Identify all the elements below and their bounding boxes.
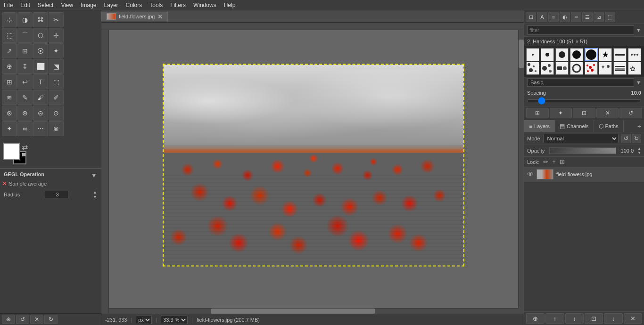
menu-image[interactable]: Image [77, 1, 100, 9]
brush-scatter2[interactable] [541, 62, 554, 75]
brush-refresh-btn[interactable]: ↺ [619, 108, 642, 118]
brush-sort-btn[interactable]: ⊞ [526, 108, 549, 118]
menu-layer[interactable]: Layer [100, 1, 122, 9]
menu-view[interactable]: View [57, 1, 77, 9]
layer-delete-btn[interactable]: ✕ [624, 313, 642, 324]
ink-tool[interactable]: ⊛ [17, 106, 33, 121]
path-tool[interactable]: ⊗ [49, 121, 64, 136]
radius-input[interactable] [45, 191, 68, 198]
eraser-tool[interactable]: ✐ [49, 90, 64, 105]
fuzzy-select-tool[interactable]: ◑ [17, 12, 33, 27]
canvas-viewport[interactable] [109, 30, 518, 308]
tb-delete-btn[interactable]: ✕ [30, 315, 43, 324]
color-reset-icon[interactable]: ◼ [22, 151, 26, 157]
foreground-color[interactable] [3, 143, 20, 160]
radius-up-btn[interactable]: ▲ [93, 190, 97, 195]
paintbrush-tool[interactable]: 🖌 [33, 90, 48, 105]
horizontal-scrollbar[interactable] [109, 308, 518, 314]
airbrush-tool[interactable]: ⊗ [2, 106, 17, 121]
redo-btn[interactable]: ↻ [632, 134, 641, 143]
layer-visibility-btn[interactable]: 👁 [527, 171, 534, 178]
scrollbar-thumb-v[interactable] [519, 40, 524, 68]
brush-icon-4[interactable]: ◐ [560, 12, 570, 22]
brush-new-btn[interactable]: ✦ [550, 108, 572, 118]
tab-layers[interactable]: ≡ Layers [524, 120, 555, 132]
mode-select[interactable]: Normal Multiply Screen Overlay [543, 134, 619, 143]
opacity-slider[interactable] [549, 147, 616, 154]
perspective-tool[interactable]: ⊞ [2, 74, 17, 89]
opacity-up-btn[interactable]: ▲ [637, 146, 641, 151]
new-file-tool[interactable]: ⊹ [2, 12, 17, 27]
menu-select[interactable]: Select [34, 1, 57, 9]
color-swap-icon[interactable]: ⇄ [22, 143, 28, 152]
lock-all-btn[interactable]: ⊞ [560, 158, 565, 165]
brush-small[interactable] [541, 48, 554, 61]
canvas-image[interactable] [163, 64, 464, 266]
brush-scatter3[interactable] [555, 62, 569, 75]
brush-large[interactable] [570, 48, 583, 61]
brush-star[interactable]: ★ [599, 48, 612, 61]
scale-tool[interactable]: ⊞ [17, 43, 33, 58]
lock-pixels-btn[interactable]: ✏ [543, 158, 548, 165]
filter-dropdown-arrow[interactable]: ▼ [636, 27, 641, 33]
heal-tool[interactable]: ⊙ [49, 106, 64, 121]
menu-colors[interactable]: Colors [122, 1, 146, 9]
transform-tool[interactable]: ↗ [2, 43, 17, 58]
brush-tiny[interactable] [526, 48, 539, 61]
measure-tool[interactable]: ✦ [49, 43, 64, 58]
dodge-tool[interactable]: ✦ [2, 121, 17, 136]
lock-position-btn[interactable]: + [552, 158, 556, 165]
menu-file[interactable]: File [0, 1, 17, 9]
brush-filter-input[interactable] [527, 25, 634, 35]
bucket-tool[interactable]: ⬚ [49, 74, 64, 89]
tb-undo-btn[interactable]: ↺ [16, 315, 29, 324]
brush-icon-7[interactable]: ⊿ [594, 12, 604, 22]
blend-tool[interactable]: ≋ [2, 90, 17, 105]
align-tool[interactable]: ↧ [17, 59, 33, 74]
move-tool[interactable]: ⊕ [2, 59, 17, 74]
color-tool[interactable]: ⌘ [33, 12, 48, 27]
canvas-tab-active[interactable]: field-flowers.jpg ✕ [101, 12, 168, 21]
brush-icon-8[interactable]: ⬚ [605, 12, 615, 22]
gegl-panel-menu-btn[interactable]: ▼ [91, 171, 97, 179]
clone-tool[interactable]: ⊝ [33, 106, 48, 121]
brush-preset-input[interactable] [527, 78, 634, 87]
brush-delete-btn[interactable]: ✕ [596, 108, 619, 118]
cross-tool[interactable]: ✛ [49, 28, 64, 43]
menu-help[interactable]: Help [220, 1, 239, 9]
brush-scatter4[interactable] [570, 62, 583, 75]
layer-export-btn[interactable]: ↓ [604, 313, 622, 324]
rect-select-tool[interactable]: ⬚ [2, 28, 17, 43]
picker-tool[interactable]: ⋯ [33, 121, 48, 136]
scrollbar-thumb-h[interactable] [211, 309, 375, 314]
tab-paths[interactable]: ⬡ Paths [594, 120, 624, 132]
panel-add-btn[interactable]: + [635, 122, 644, 131]
layer-down-btn[interactable]: ↓ [565, 313, 584, 324]
tb-reset-btn[interactable]: ↻ [44, 315, 58, 324]
opacity-down-btn[interactable]: ▼ [637, 151, 641, 155]
magnify-tool[interactable]: ⦿ [33, 43, 48, 58]
brush-scatter7[interactable] [613, 62, 627, 75]
layer-row[interactable]: 👁 field-flowers.jpg [524, 167, 644, 182]
layer-copy-btn[interactable]: ⊡ [585, 313, 603, 324]
brush-icon-6[interactable]: ☰ [582, 12, 593, 22]
brush-scatter6[interactable]: * [599, 62, 612, 75]
zoom-select[interactable]: 33.3 % [161, 316, 188, 324]
brush-scatter8[interactable]: ✿ [628, 62, 641, 75]
brush-scatter5[interactable] [585, 62, 598, 75]
freehand-tool[interactable]: ⌒ [17, 28, 33, 43]
radius-down-btn[interactable]: ▼ [93, 195, 97, 199]
text-tool[interactable]: T [33, 74, 48, 89]
brush-copy-btn[interactable]: ⊡ [573, 108, 595, 118]
undo-btn[interactable]: ↺ [621, 134, 631, 143]
brush-scatter1[interactable] [526, 62, 539, 75]
flip-tool[interactable]: ↩ [17, 74, 33, 89]
layer-up-btn[interactable]: ↑ [545, 313, 564, 324]
layer-anchor-btn[interactable]: ⊕ [526, 313, 545, 324]
menu-edit[interactable]: Edit [17, 1, 34, 9]
canvas-tab-close[interactable]: ✕ [157, 13, 163, 20]
smudge-tool[interactable]: ∞ [17, 121, 33, 136]
brush-icon-2[interactable]: A [537, 12, 547, 22]
brush-medium[interactable] [555, 48, 569, 61]
menu-tools[interactable]: Tools [146, 1, 166, 9]
